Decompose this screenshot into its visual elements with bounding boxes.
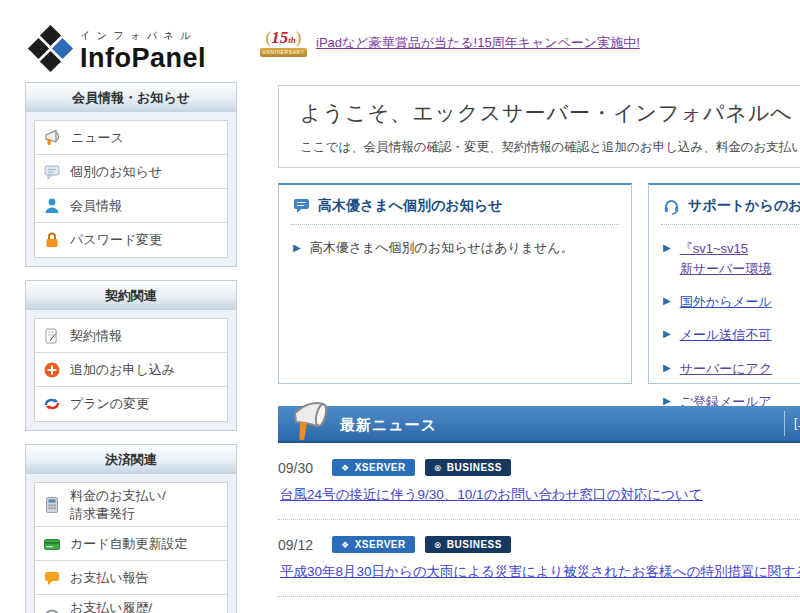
business-badge: ⊗BUSINESS xyxy=(425,459,511,476)
sidebar-item-label: お支払い報告 xyxy=(70,569,149,587)
speech-bubble-icon xyxy=(293,198,310,214)
support-link[interactable]: 国外からメール xyxy=(680,292,772,312)
divider xyxy=(278,596,800,597)
sidebar-item-label: 契約情報 xyxy=(70,327,122,345)
anniversary-badge-icon: (15th) ANNIVERSARY xyxy=(260,29,307,57)
personal-notice-title: 高木優さまへ個別のお知らせ xyxy=(318,197,502,215)
sidebar-item-additional-application[interactable]: 追加のお申し込み xyxy=(35,353,227,387)
logo-diamonds-icon xyxy=(29,26,73,74)
history-icon xyxy=(43,608,61,613)
news-link[interactable]: 台風24号の接近に伴う9/30、10/1のお問い合わせ窓口の対応について xyxy=(280,486,703,504)
campaign-banner: (15th) ANNIVERSARY iPadなど豪華賞品が当たる!15周年キャ… xyxy=(260,29,640,57)
contract-icon xyxy=(43,327,61,345)
news-date: 09/30 xyxy=(278,460,313,476)
sidebar-section-title: 会員情報・お知らせ xyxy=(26,83,236,112)
person-icon xyxy=(43,197,61,215)
sidebar-item-password-change[interactable]: パスワード変更 xyxy=(35,223,227,257)
sidebar-section-payment: 決済関連 料金のお支払い/ 請求書発行 xyxy=(25,444,237,613)
sidebar-item-payment-history[interactable]: お支払い履歴/ 領収書発行 xyxy=(35,595,227,613)
business-logo-icon: ⊗ xyxy=(434,463,442,473)
xserver-logo-icon: ❖ xyxy=(341,540,350,550)
sidebar-item-payment-invoice[interactable]: 料金のお支払い/ 請求書発行 xyxy=(35,483,227,527)
business-logo-icon: ⊗ xyxy=(434,540,442,550)
sidebar-item-member-info[interactable]: 会員情報 xyxy=(35,189,227,223)
sidebar-item-label: ニュース xyxy=(71,129,124,147)
latest-news-title: 最新ニュース xyxy=(340,406,800,443)
xserver-badge: ❖XSERVER xyxy=(332,459,415,476)
latest-news-header: 最新ニュース [ニュース一覧] xyxy=(278,406,800,443)
page-title: ようこそ、エックスサーバー・インフォパネルへ xyxy=(300,99,800,127)
sidebar-item-payment-report[interactable]: お支払い報告 xyxy=(35,561,227,595)
personal-notice-header: 高木優さまへ個別のお知らせ xyxy=(279,185,631,224)
sidebar-item-label: 料金のお支払い/ 請求書発行 xyxy=(70,487,166,522)
welcome-description: ここでは、会員情報の確認・変更、契約情報の確認と追加のお申し込み、料金のお支払い… xyxy=(300,139,800,156)
sidebar-item-label: 個別のお知らせ xyxy=(70,163,162,181)
sidebar-item-label: パスワード変更 xyxy=(70,231,162,249)
chat-bubble-icon xyxy=(43,569,61,587)
sidebar-item-label: 会員情報 xyxy=(70,197,122,215)
support-notice-header: サポートからのお知らせ xyxy=(649,185,800,224)
infopanel-logo[interactable]: インフォパネル InfoPanel xyxy=(29,26,206,74)
sidebar-item-news[interactable]: ニュース xyxy=(35,121,227,155)
welcome-box: ようこそ、エックスサーバー・インフォパネルへ ここでは、会員情報の確認・変更、契… xyxy=(278,85,800,168)
logo-en-text: InfoPanel xyxy=(80,45,206,72)
sidebar-item-contract-info[interactable]: 契約情報 xyxy=(35,319,227,353)
triangle-bullet-icon xyxy=(293,239,301,256)
swap-arrows-icon xyxy=(43,395,61,413)
news-date: 09/12 xyxy=(278,537,313,553)
campaign-link[interactable]: iPadなど豪華賞品が当たる!15周年キャンペーン実施中! xyxy=(316,34,640,52)
support-link[interactable]: サーバーにアク xyxy=(680,359,773,379)
logo-jp-text: インフォパネル xyxy=(80,29,206,43)
megaphone-icon xyxy=(43,128,62,147)
sidebar-item-plan-change[interactable]: プランの変更 xyxy=(35,387,227,421)
sidebar-item-label: お支払い履歴/ 領収書発行 xyxy=(70,599,152,613)
triangle-bullet-icon xyxy=(663,359,671,376)
calculator-icon xyxy=(43,496,61,514)
news-link[interactable]: 平成30年8月30日からの大雨による災害により被災されたお客様への特別措置に関す… xyxy=(280,563,800,581)
speech-bubble-icon xyxy=(43,163,61,181)
news-list: 09/30 ❖XSERVER ⊗BUSINESS 台風24号の接近に伴う9/30… xyxy=(278,443,800,613)
business-badge: ⊗BUSINESS xyxy=(425,536,511,553)
sidebar-item-label: プランの変更 xyxy=(70,395,149,413)
triangle-bullet-icon xyxy=(663,239,671,256)
sidebar-section-member: 会員情報・お知らせ ニュース 個別のお知らせ xyxy=(25,82,237,267)
credit-card-icon xyxy=(43,535,61,553)
sidebar-item-personal-notices[interactable]: 個別のお知らせ xyxy=(35,155,227,189)
sidebar-section-contract: 契約関連 契約情報 追加のお申し込み xyxy=(25,280,237,431)
triangle-bullet-icon xyxy=(663,325,671,342)
sidebar-section-title: 契約関連 xyxy=(26,281,236,310)
headset-icon xyxy=(663,198,680,215)
sidebar: 会員情報・お知らせ ニュース 個別のお知らせ xyxy=(25,82,237,613)
main-content: ようこそ、エックスサーバー・インフォパネルへ ここでは、会員情報の確認・変更、契… xyxy=(278,85,800,613)
divider xyxy=(278,519,800,520)
personal-notice-box: 高木優さまへ個別のお知らせ 高木優さまへ個別のお知らせはありません。 xyxy=(278,183,632,384)
lock-icon xyxy=(43,231,61,249)
news-list-link[interactable]: [ニュース一覧] xyxy=(794,415,800,432)
support-link[interactable]: 『sv1~sv15 新サーバー環境 xyxy=(680,239,772,279)
logo-text: インフォパネル InfoPanel xyxy=(80,29,206,72)
plus-circle-icon xyxy=(43,361,61,379)
sidebar-item-card-auto-renewal[interactable]: カード自動更新設定 xyxy=(35,527,227,561)
megaphone-icon xyxy=(287,395,335,443)
triangle-bullet-icon xyxy=(663,292,671,309)
xserver-logo-icon: ❖ xyxy=(341,463,350,473)
sidebar-item-label: カード自動更新設定 xyxy=(70,535,188,553)
news-item: 09/30 ❖XSERVER ⊗BUSINESS 台風24号の接近に伴う9/30… xyxy=(278,459,800,504)
support-notice-box: サポートからのお知らせ 『sv1~sv15 新サーバー環境 国外からメール メー… xyxy=(648,183,800,384)
sidebar-item-label: 追加のお申し込み xyxy=(70,361,175,379)
xserver-badge: ❖XSERVER xyxy=(332,536,415,553)
sidebar-section-title: 決済関連 xyxy=(26,445,236,474)
support-notice-title: サポートからのお知らせ xyxy=(688,197,800,215)
support-link[interactable]: メール送信不可 xyxy=(680,325,772,345)
personal-notice-message: 高木優さまへ個別のお知らせはありません。 xyxy=(310,239,574,257)
news-item: 09/12 ❖XSERVER ⊗BUSINESS 平成30年8月30日からの大雨… xyxy=(278,536,800,581)
